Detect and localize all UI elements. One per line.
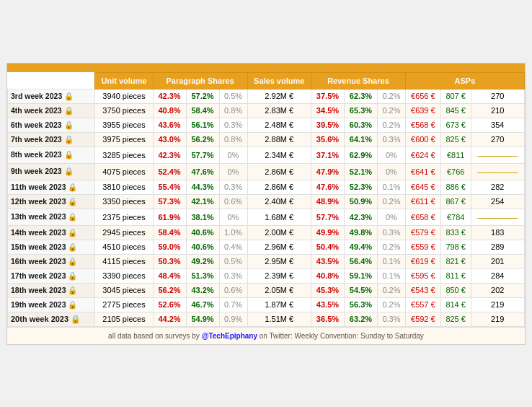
sales-volume: 2.86M € — [247, 180, 311, 194]
sales-volume: 2.86M € — [247, 163, 311, 180]
unit-volume: 3045 pieces — [95, 283, 153, 297]
para-share-2: 43.2% — [186, 283, 219, 297]
rev-share-1: 57.7% — [311, 209, 344, 225]
asp2: 807 € — [440, 89, 471, 103]
rev-share-2: 50.9% — [344, 194, 377, 209]
sales-volume: 1.51M € — [247, 312, 311, 326]
asp2: €811 — [440, 146, 471, 163]
week-label: 6th week 2023 🔒 — [8, 118, 95, 132]
asp1: €592 € — [405, 312, 440, 326]
asp1: €543 € — [405, 283, 440, 297]
asp1: €611 € — [405, 194, 440, 209]
asp3: ———— — [471, 163, 524, 180]
unit-volume: 3350 pieces — [95, 194, 153, 209]
rev-share-1: 34.5% — [311, 103, 344, 118]
rev-share-2: 42.3% — [344, 209, 377, 225]
asp3: 210 — [471, 103, 524, 118]
rev-share-2: 65.3% — [344, 103, 377, 118]
sales-volume: 2.88M € — [247, 132, 311, 146]
para-share-3: 0% — [219, 209, 247, 225]
para-share-3: 0.5% — [219, 254, 247, 268]
unit-volume: 2945 pieces — [95, 225, 153, 240]
para-share-2: 56.2% — [186, 132, 219, 146]
rev-share-3: 0.1% — [377, 254, 405, 268]
asp1: €639 € — [405, 103, 440, 118]
unit-volume: 3390 pieces — [95, 268, 153, 283]
para-share-3: 1.0% — [219, 225, 247, 240]
rev-share-3: 0% — [377, 163, 405, 180]
para-share-1: 44.2% — [153, 312, 186, 326]
rev-share-2: 63.2% — [344, 312, 377, 326]
sales-volume: 2.96M € — [247, 240, 311, 254]
week-label: 9th week 2023 🔒 — [8, 163, 95, 180]
para-share-1: 40.8% — [153, 103, 186, 118]
rev-share-1: 37.5% — [311, 89, 344, 103]
unit-volume: 3810 pieces — [95, 180, 153, 194]
table-row: 12th week 2023 🔒 3350 pieces 57.3% 42.1%… — [8, 194, 525, 209]
rev-share-1: 50.4% — [311, 240, 344, 254]
para-share-2: 57.7% — [186, 146, 219, 163]
unit-volume: 3955 pieces — [95, 118, 153, 132]
para-share-1: 50.3% — [153, 254, 186, 268]
asp2: 673 € — [440, 118, 471, 132]
table-row: 4th week 2023 🔒 3750 pieces 40.8% 58.4% … — [8, 103, 525, 118]
para-share-2: 58.4% — [186, 103, 219, 118]
para-share-2: 38.1% — [186, 209, 219, 225]
rev-share-2: 52.1% — [344, 163, 377, 180]
table-row: 6th week 2023 🔒 3955 pieces 43.6% 56.1% … — [8, 118, 525, 132]
asp1: €600 € — [405, 132, 440, 146]
asp3: 282 — [471, 180, 524, 194]
table-row: 14th week 2023 🔒 2945 pieces 58.4% 40.6%… — [8, 225, 525, 240]
para-share-3: 0.3% — [219, 180, 247, 194]
asp2: 811 € — [440, 268, 471, 283]
para-share-1: 57.3% — [153, 194, 186, 209]
rev-share-1: 40.8% — [311, 268, 344, 283]
asp1: €624 € — [405, 146, 440, 163]
para-share-2: 49.2% — [186, 254, 219, 268]
sales-volume: 2.39M € — [247, 268, 311, 283]
week-label: 13th week 2023 🔒 — [8, 209, 95, 225]
para-share-1: 48.4% — [153, 268, 186, 283]
para-share-2: 40.6% — [186, 240, 219, 254]
sales-volume: 2.83M € — [247, 103, 311, 118]
para-share-1: 52.6% — [153, 297, 186, 312]
asp2: €784 — [440, 209, 471, 225]
table-row: 15th week 2023 🔒 4510 pieces 59.0% 40.6%… — [8, 240, 525, 254]
rev-share-2: 49.4% — [344, 240, 377, 254]
para-share-3: 0.4% — [219, 240, 247, 254]
asp3: 270 — [471, 89, 524, 103]
para-share-3: 0.6% — [219, 283, 247, 297]
asp1: €579 € — [405, 225, 440, 240]
header-row: Unit volume Paragraph Shares Sales volum… — [8, 72, 525, 89]
para-share-1: 61.9% — [153, 209, 186, 225]
para-share-2: 54.9% — [186, 312, 219, 326]
para-share-2: 56.1% — [186, 118, 219, 132]
asp2: €766 — [440, 163, 471, 180]
rev-share-1: 47.6% — [311, 180, 344, 194]
rev-share-1: 43.5% — [311, 254, 344, 268]
asp3: 201 — [471, 254, 524, 268]
asp2: 825 € — [440, 312, 471, 326]
rev-share-1: 43.5% — [311, 297, 344, 312]
table-row: 3rd week 2023 🔒 3940 pieces 42.3% 57.2% … — [8, 89, 525, 103]
rev-share-2: 56.3% — [344, 297, 377, 312]
para-share-2: 40.6% — [186, 225, 219, 240]
table-row: 16th week 2023 🔒 4115 pieces 50.3% 49.2%… — [8, 254, 525, 268]
asp2: 821 € — [440, 254, 471, 268]
table-row: 17th week 2023 🔒 3390 pieces 48.4% 51.3%… — [8, 268, 525, 283]
asp1: €619 € — [405, 254, 440, 268]
asp2: 814 € — [440, 297, 471, 312]
rev-share-2: 64.1% — [344, 132, 377, 146]
rev-share-2: 56.4% — [344, 254, 377, 268]
rev-share-3: 0.2% — [377, 103, 405, 118]
sales-volume: 2.95M € — [247, 254, 311, 268]
asp2: 867 € — [440, 194, 471, 209]
rev-share-1: 48.9% — [311, 194, 344, 209]
rev-share-1: 49.9% — [311, 225, 344, 240]
para-share-2: 57.2% — [186, 89, 219, 103]
unit-volume: 4075 pieces — [95, 163, 153, 180]
sales-volume: 1.68M € — [247, 209, 311, 225]
table-row: 13th week 2023 🔒 2375 pieces 61.9% 38.1%… — [8, 209, 525, 225]
para-share-3: 0.8% — [219, 132, 247, 146]
asp3: 289 — [471, 240, 524, 254]
